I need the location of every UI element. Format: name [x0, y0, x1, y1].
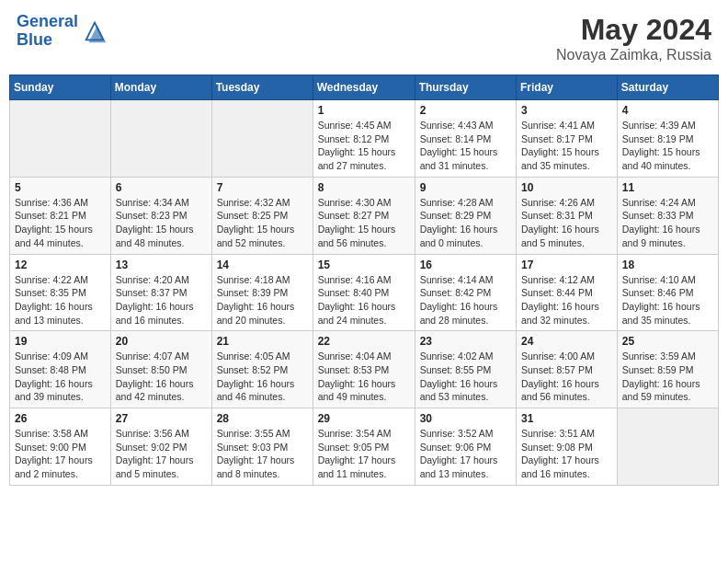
day-info: Sunrise: 4:16 AM Sunset: 8:40 PM Dayligh…	[318, 273, 410, 327]
calendar-day-cell: 19Sunrise: 4:09 AM Sunset: 8:48 PM Dayli…	[10, 331, 111, 408]
calendar-day-cell: 22Sunrise: 4:04 AM Sunset: 8:53 PM Dayli…	[313, 331, 415, 408]
calendar-day-cell: 12Sunrise: 4:22 AM Sunset: 8:35 PM Dayli…	[10, 254, 111, 331]
day-number: 20	[116, 335, 207, 348]
calendar-day-cell: 29Sunrise: 3:54 AM Sunset: 9:05 PM Dayli…	[313, 408, 415, 486]
logo-icon	[82, 18, 108, 44]
month-year: May 2024	[556, 13, 711, 47]
day-number: 30	[420, 412, 511, 425]
calendar-week-row: 12Sunrise: 4:22 AM Sunset: 8:35 PM Dayli…	[10, 254, 719, 331]
day-of-week-header: Saturday	[617, 75, 718, 100]
day-number: 21	[217, 335, 308, 348]
day-info: Sunrise: 4:14 AM Sunset: 8:42 PM Dayligh…	[420, 273, 511, 327]
day-number: 19	[15, 335, 106, 348]
day-info: Sunrise: 4:34 AM Sunset: 8:23 PM Dayligh…	[116, 196, 207, 250]
day-number: 6	[116, 181, 207, 194]
calendar-day-cell: 4Sunrise: 4:39 AM Sunset: 8:19 PM Daylig…	[617, 100, 718, 178]
calendar-day-cell: 9Sunrise: 4:28 AM Sunset: 8:29 PM Daylig…	[415, 177, 516, 254]
day-number: 24	[521, 335, 612, 348]
day-info: Sunrise: 4:28 AM Sunset: 8:29 PM Dayligh…	[420, 196, 511, 250]
day-info: Sunrise: 3:59 AM Sunset: 8:59 PM Dayligh…	[622, 350, 713, 404]
calendar-week-row: 19Sunrise: 4:09 AM Sunset: 8:48 PM Dayli…	[10, 331, 719, 408]
day-of-week-header: Tuesday	[211, 75, 313, 100]
day-number: 10	[521, 181, 612, 194]
day-number: 16	[420, 259, 511, 271]
calendar-day-cell	[110, 100, 211, 178]
day-info: Sunrise: 3:55 AM Sunset: 9:03 PM Dayligh…	[217, 427, 308, 481]
calendar-table: SundayMondayTuesdayWednesdayThursdayFrid…	[9, 75, 719, 486]
page-header: General Blue May 2024 Novaya Zaimka, Rus…	[9, 9, 719, 67]
day-info: Sunrise: 4:20 AM Sunset: 8:37 PM Dayligh…	[116, 273, 207, 327]
day-info: Sunrise: 4:02 AM Sunset: 8:55 PM Dayligh…	[420, 350, 511, 404]
day-of-week-header: Sunday	[10, 75, 111, 100]
calendar-day-cell: 3Sunrise: 4:41 AM Sunset: 8:17 PM Daylig…	[517, 100, 618, 178]
calendar-day-cell: 20Sunrise: 4:07 AM Sunset: 8:50 PM Dayli…	[110, 331, 211, 408]
day-number: 7	[217, 181, 308, 194]
day-number: 13	[116, 259, 207, 271]
calendar-day-cell: 7Sunrise: 4:32 AM Sunset: 8:25 PM Daylig…	[211, 177, 313, 254]
calendar-day-cell: 5Sunrise: 4:36 AM Sunset: 8:21 PM Daylig…	[10, 177, 111, 254]
calendar-header-row: SundayMondayTuesdayWednesdayThursdayFrid…	[10, 75, 719, 100]
calendar-day-cell: 30Sunrise: 3:52 AM Sunset: 9:06 PM Dayli…	[415, 408, 516, 486]
day-number: 15	[318, 259, 410, 271]
calendar-day-cell: 25Sunrise: 3:59 AM Sunset: 8:59 PM Dayli…	[617, 331, 718, 408]
calendar-day-cell: 17Sunrise: 4:12 AM Sunset: 8:44 PM Dayli…	[517, 254, 618, 331]
day-number: 3	[521, 104, 612, 117]
day-number: 14	[217, 259, 308, 271]
day-number: 11	[622, 181, 713, 194]
day-info: Sunrise: 4:10 AM Sunset: 8:46 PM Dayligh…	[622, 273, 713, 327]
day-info: Sunrise: 4:24 AM Sunset: 8:33 PM Dayligh…	[622, 196, 713, 250]
calendar-day-cell: 6Sunrise: 4:34 AM Sunset: 8:23 PM Daylig…	[110, 177, 211, 254]
day-info: Sunrise: 3:56 AM Sunset: 9:02 PM Dayligh…	[116, 427, 207, 481]
calendar-week-row: 1Sunrise: 4:45 AM Sunset: 8:12 PM Daylig…	[10, 100, 719, 178]
day-info: Sunrise: 4:12 AM Sunset: 8:44 PM Dayligh…	[521, 273, 612, 327]
calendar-week-row: 26Sunrise: 3:58 AM Sunset: 9:00 PM Dayli…	[10, 408, 719, 486]
day-info: Sunrise: 3:51 AM Sunset: 9:08 PM Dayligh…	[521, 427, 612, 481]
calendar-day-cell: 10Sunrise: 4:26 AM Sunset: 8:31 PM Dayli…	[517, 177, 618, 254]
day-number: 4	[622, 104, 713, 117]
calendar-day-cell	[617, 408, 718, 486]
day-info: Sunrise: 3:54 AM Sunset: 9:05 PM Dayligh…	[318, 427, 410, 481]
day-info: Sunrise: 3:58 AM Sunset: 9:00 PM Dayligh…	[15, 427, 106, 481]
day-number: 28	[217, 412, 308, 425]
day-of-week-header: Monday	[110, 75, 211, 100]
calendar-week-row: 5Sunrise: 4:36 AM Sunset: 8:21 PM Daylig…	[10, 177, 719, 254]
calendar-day-cell: 1Sunrise: 4:45 AM Sunset: 8:12 PM Daylig…	[313, 100, 415, 178]
title-block: May 2024 Novaya Zaimka, Russia	[556, 13, 711, 63]
day-info: Sunrise: 4:05 AM Sunset: 8:52 PM Dayligh…	[217, 350, 308, 404]
day-info: Sunrise: 4:04 AM Sunset: 8:53 PM Dayligh…	[318, 350, 410, 404]
day-number: 23	[420, 335, 511, 348]
day-number: 5	[15, 181, 106, 194]
day-number: 8	[318, 181, 410, 194]
calendar-day-cell: 28Sunrise: 3:55 AM Sunset: 9:03 PM Dayli…	[211, 408, 313, 486]
calendar-day-cell: 8Sunrise: 4:30 AM Sunset: 8:27 PM Daylig…	[313, 177, 415, 254]
day-number: 26	[15, 412, 106, 425]
day-number: 25	[622, 335, 713, 348]
calendar-day-cell	[211, 100, 313, 178]
calendar-day-cell: 31Sunrise: 3:51 AM Sunset: 9:08 PM Dayli…	[517, 408, 618, 486]
day-of-week-header: Wednesday	[313, 75, 415, 100]
calendar-day-cell: 2Sunrise: 4:43 AM Sunset: 8:14 PM Daylig…	[415, 100, 516, 178]
day-number: 31	[521, 412, 612, 425]
calendar-day-cell	[10, 100, 111, 178]
day-info: Sunrise: 4:00 AM Sunset: 8:57 PM Dayligh…	[521, 350, 612, 404]
day-info: Sunrise: 4:22 AM Sunset: 8:35 PM Dayligh…	[15, 273, 106, 327]
day-number: 1	[318, 104, 410, 117]
day-number: 2	[420, 104, 511, 117]
day-info: Sunrise: 3:52 AM Sunset: 9:06 PM Dayligh…	[420, 427, 511, 481]
day-info: Sunrise: 4:26 AM Sunset: 8:31 PM Dayligh…	[521, 196, 612, 250]
calendar-day-cell: 26Sunrise: 3:58 AM Sunset: 9:00 PM Dayli…	[10, 408, 111, 486]
calendar-day-cell: 23Sunrise: 4:02 AM Sunset: 8:55 PM Dayli…	[415, 331, 516, 408]
calendar-day-cell: 27Sunrise: 3:56 AM Sunset: 9:02 PM Dayli…	[110, 408, 211, 486]
day-info: Sunrise: 4:39 AM Sunset: 8:19 PM Dayligh…	[622, 119, 713, 173]
day-info: Sunrise: 4:45 AM Sunset: 8:12 PM Dayligh…	[318, 119, 410, 173]
day-info: Sunrise: 4:41 AM Sunset: 8:17 PM Dayligh…	[521, 119, 612, 173]
day-info: Sunrise: 4:30 AM Sunset: 8:27 PM Dayligh…	[318, 196, 410, 250]
day-of-week-header: Thursday	[415, 75, 516, 100]
day-number: 27	[116, 412, 207, 425]
day-number: 29	[318, 412, 410, 425]
day-number: 18	[622, 259, 713, 271]
day-number: 12	[15, 259, 106, 271]
day-info: Sunrise: 4:43 AM Sunset: 8:14 PM Dayligh…	[420, 119, 511, 173]
calendar-day-cell: 24Sunrise: 4:00 AM Sunset: 8:57 PM Dayli…	[517, 331, 618, 408]
calendar-day-cell: 21Sunrise: 4:05 AM Sunset: 8:52 PM Dayli…	[211, 331, 313, 408]
